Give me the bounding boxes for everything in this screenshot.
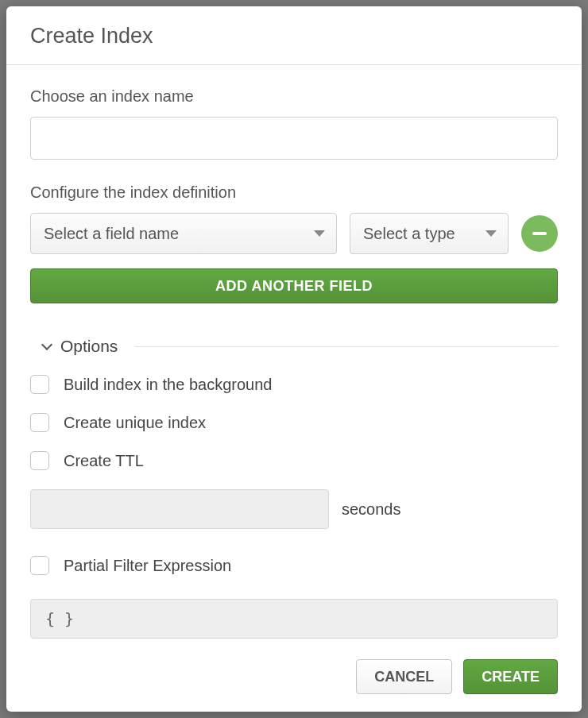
ttl-option-row: Create TTL: [30, 451, 558, 470]
field-name-placeholder: Select a field name: [44, 225, 179, 242]
chevron-down-icon: [314, 230, 325, 237]
create-button[interactable]: CREATE: [463, 659, 558, 694]
partial-filter-label: Partial Filter Expression: [64, 557, 231, 575]
field-name-select[interactable]: Select a field name: [30, 213, 337, 254]
field-row: Select a field name Select a type: [30, 213, 558, 254]
unique-option-row: Create unique index: [30, 413, 558, 432]
remove-field-button[interactable]: [521, 215, 558, 252]
modal-footer: CANCEL CREATE: [6, 648, 582, 712]
definition-label: Configure the index definition: [30, 183, 558, 202]
divider: [135, 346, 558, 347]
unique-label: Create unique index: [64, 414, 206, 432]
index-definition-section: Configure the index definition Select a …: [30, 183, 558, 303]
minus-icon: [532, 232, 547, 235]
ttl-seconds-input[interactable]: [30, 489, 329, 529]
field-type-select[interactable]: Select a type: [350, 213, 509, 254]
modal-title: Create Index: [30, 24, 558, 48]
chevron-down-icon: [41, 339, 52, 350]
background-label: Build index in the background: [64, 376, 272, 394]
modal-header: Create Index: [6, 6, 582, 65]
index-name-input[interactable]: [30, 117, 558, 160]
partial-filter-row: Partial Filter Expression: [30, 556, 558, 575]
add-another-field-button[interactable]: ADD ANOTHER FIELD: [30, 268, 558, 303]
create-index-modal: Create Index Choose an index name Config…: [6, 6, 582, 712]
chevron-down-icon: [485, 230, 497, 237]
partial-filter-input[interactable]: [30, 599, 558, 639]
index-name-label: Choose an index name: [30, 87, 558, 106]
ttl-label: Create TTL: [64, 452, 144, 470]
modal-body: Choose an index name Configure the index…: [6, 65, 582, 648]
unique-checkbox[interactable]: [30, 413, 49, 432]
options-header-label: Options: [60, 337, 118, 356]
cancel-button[interactable]: CANCEL: [356, 659, 452, 694]
ttl-unit-label: seconds: [342, 500, 401, 519]
background-option-row: Build index in the background: [30, 375, 558, 394]
options-toggle[interactable]: Options: [30, 337, 558, 356]
partial-filter-checkbox[interactable]: [30, 556, 49, 575]
background-checkbox[interactable]: [30, 375, 49, 394]
index-name-section: Choose an index name: [30, 87, 558, 160]
field-type-placeholder: Select a type: [363, 225, 455, 242]
ttl-input-row: seconds: [30, 489, 558, 529]
ttl-checkbox[interactable]: [30, 451, 49, 470]
